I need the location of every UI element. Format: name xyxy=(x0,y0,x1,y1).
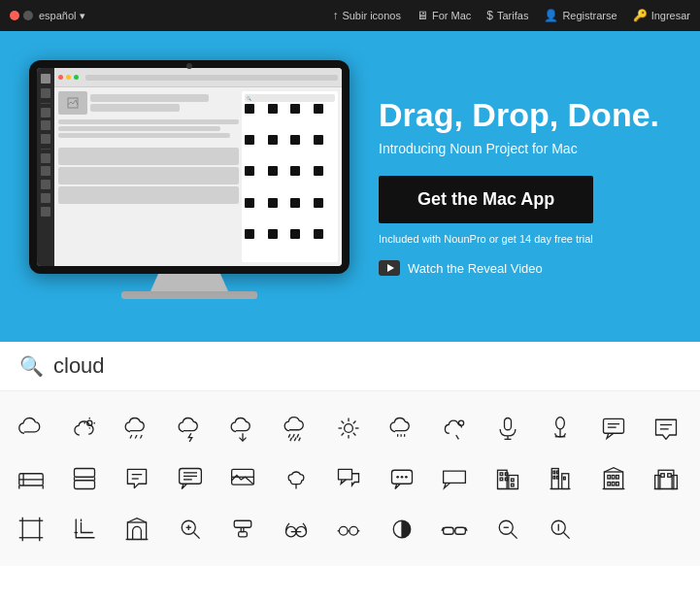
navbar-left: español ▾ xyxy=(10,10,85,22)
cta-subtext: Included with NounPro or get 14 day free… xyxy=(379,233,593,245)
list-item[interactable] xyxy=(539,407,582,450)
list-item[interactable] xyxy=(381,508,423,551)
list-item[interactable] xyxy=(381,407,423,450)
svg-point-117 xyxy=(350,526,358,535)
nav-login[interactable]: 🔑 Ingresar xyxy=(633,9,690,22)
list-item[interactable] xyxy=(275,457,317,500)
hero-section: 🔍 xyxy=(0,31,700,342)
list-item[interactable] xyxy=(327,457,370,500)
watch-video-link[interactable]: Watch the Reveal Video xyxy=(379,260,543,276)
nav-register[interactable]: 👤 Registrarse xyxy=(544,9,617,22)
list-item[interactable] xyxy=(433,407,476,450)
list-item[interactable] xyxy=(433,457,476,500)
navbar: español ▾ ↑ Subir iconos 🖥 For Mac $ Tar… xyxy=(0,0,700,31)
list-item[interactable] xyxy=(433,508,476,551)
svg-rect-85 xyxy=(612,483,615,486)
nav-upload[interactable]: ↑ Subir iconos xyxy=(332,9,401,22)
minimize-dot[interactable] xyxy=(23,11,33,20)
svg-line-10 xyxy=(288,434,290,438)
list-item[interactable] xyxy=(10,407,52,450)
app-main-content: 🔍 xyxy=(54,68,342,266)
list-item[interactable] xyxy=(221,407,264,450)
list-item[interactable] xyxy=(486,457,529,500)
mini-icon-grid xyxy=(245,104,335,259)
search-input[interactable] xyxy=(53,353,248,379)
list-item[interactable] xyxy=(10,508,52,551)
svg-rect-93 xyxy=(22,520,40,538)
list-item[interactable] xyxy=(486,508,529,551)
svg-rect-124 xyxy=(455,527,466,534)
list-item[interactable] xyxy=(381,457,423,500)
svg-rect-35 xyxy=(603,418,623,433)
list-item[interactable] xyxy=(10,457,52,500)
list-item[interactable] xyxy=(169,407,212,450)
svg-rect-72 xyxy=(562,474,569,489)
list-item[interactable] xyxy=(539,457,582,500)
svg-rect-67 xyxy=(500,478,503,481)
app-sidebar xyxy=(37,68,54,266)
svg-line-12 xyxy=(297,434,299,438)
svg-rect-92 xyxy=(668,474,672,478)
mac-icon: 🖥 xyxy=(417,9,428,22)
list-item[interactable] xyxy=(116,457,158,500)
hero-illustration: 🔍 xyxy=(19,60,359,313)
chevron-down-icon: ▾ xyxy=(80,10,85,22)
app-toolbar xyxy=(54,68,342,87)
svg-line-8 xyxy=(141,435,143,439)
list-item[interactable] xyxy=(539,508,582,551)
svg-rect-65 xyxy=(500,473,503,476)
svg-rect-77 xyxy=(557,476,559,479)
list-item[interactable] xyxy=(63,457,106,500)
list-item[interactable] xyxy=(221,457,264,500)
nav-register-label: Registrarse xyxy=(562,10,617,21)
svg-rect-45 xyxy=(74,469,94,478)
list-item[interactable] xyxy=(645,407,687,450)
list-item[interactable] xyxy=(169,508,212,551)
nav-pricing[interactable]: $ Tarifas xyxy=(486,9,528,22)
svg-rect-84 xyxy=(608,483,611,486)
svg-line-7 xyxy=(135,435,137,439)
get-mac-app-button[interactable]: Get the Mac App xyxy=(379,176,593,223)
language-label: español xyxy=(39,10,77,21)
close-dot[interactable] xyxy=(10,11,19,20)
svg-rect-91 xyxy=(661,474,665,478)
svg-rect-70 xyxy=(511,484,514,486)
list-item[interactable] xyxy=(169,457,212,500)
svg-line-11 xyxy=(292,434,294,438)
list-item[interactable] xyxy=(592,407,635,450)
svg-line-129 xyxy=(511,533,517,539)
play-icon xyxy=(379,260,400,276)
nav-mac[interactable]: 🖥 For Mac xyxy=(417,9,471,22)
design-canvas xyxy=(58,91,239,262)
svg-rect-78 xyxy=(564,477,566,480)
svg-rect-123 xyxy=(444,527,454,534)
svg-rect-76 xyxy=(553,476,555,479)
svg-line-22 xyxy=(353,433,356,436)
nav-login-label: Ingresar xyxy=(651,10,690,21)
svg-line-132 xyxy=(564,533,570,539)
svg-line-23 xyxy=(353,421,356,424)
svg-rect-111 xyxy=(239,532,248,537)
list-item[interactable] xyxy=(327,508,370,551)
language-selector[interactable]: español ▾ xyxy=(39,10,85,22)
list-item[interactable] xyxy=(116,508,158,551)
list-item[interactable] xyxy=(116,407,158,450)
svg-line-15 xyxy=(298,438,300,442)
nav-upload-label: Subir iconos xyxy=(342,10,401,21)
hero-title: Drag, Drop, Done. xyxy=(379,97,659,133)
list-item[interactable] xyxy=(221,508,264,551)
list-item[interactable] xyxy=(63,508,106,551)
list-item[interactable] xyxy=(275,508,317,551)
svg-rect-86 xyxy=(617,483,619,486)
list-item[interactable] xyxy=(592,457,635,500)
list-item[interactable] xyxy=(327,407,370,450)
list-item[interactable] xyxy=(275,407,317,450)
list-item[interactable] xyxy=(63,407,106,450)
list-item[interactable] xyxy=(486,407,529,450)
search-icon: 🔍 xyxy=(19,354,44,378)
mini-search: 🔍 xyxy=(245,94,335,102)
list-item[interactable] xyxy=(645,457,687,500)
icon-results-grid xyxy=(10,407,690,551)
svg-rect-74 xyxy=(553,471,555,474)
icon-grid-section xyxy=(0,391,700,566)
